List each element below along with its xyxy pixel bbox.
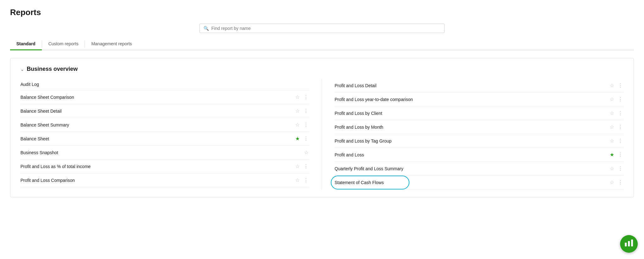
star-button[interactable]: ☆ <box>609 82 615 89</box>
report-actions: ☆ ⋮ <box>609 123 624 131</box>
report-actions: ★ ⋮ <box>295 135 309 142</box>
report-name[interactable]: Balance Sheet Summary <box>20 122 69 127</box>
floating-chart-button[interactable] <box>620 235 638 253</box>
list-item: Profit and Loss ★ ⋮ <box>335 148 624 162</box>
list-item: Balance Sheet ★ ⋮ <box>20 132 309 146</box>
report-name[interactable]: Profit and Loss as % of total income <box>20 164 91 169</box>
report-actions: ☆ ⋮ <box>609 110 624 117</box>
report-actions: ☆ ⋮ <box>609 137 624 144</box>
report-actions: ☆ <box>303 149 309 156</box>
statement-of-cash-flows-item: Statement of Cash Flows ☆ ⋮ <box>335 176 624 189</box>
list-item: Quarterly Profit and Loss Summary ☆ ⋮ <box>335 162 624 176</box>
report-name[interactable]: Profit and Loss Comparison <box>20 178 75 183</box>
report-name[interactable]: Profit and Loss by Month <box>335 125 383 130</box>
tab-standard[interactable]: Standard <box>10 38 42 50</box>
more-button[interactable]: ⋮ <box>303 177 309 183</box>
content-card: ⌄ Business overview Audit Log Balance Sh… <box>10 58 634 197</box>
more-button[interactable]: ⋮ <box>303 136 309 142</box>
report-name[interactable]: Profit and Loss year-to-date comparison <box>335 97 413 102</box>
star-button-active[interactable]: ★ <box>295 135 300 142</box>
list-item: Business Snapshot ☆ <box>20 146 309 160</box>
chevron-down-icon: ⌄ <box>20 67 24 72</box>
report-actions: ☆ ⋮ <box>609 165 624 172</box>
report-actions: ☆ ⋮ <box>295 121 309 128</box>
list-item: Profit and Loss Detail ☆ ⋮ <box>335 79 624 93</box>
more-button[interactable]: ⋮ <box>617 138 624 144</box>
star-button[interactable]: ☆ <box>295 177 300 184</box>
tab-custom-reports[interactable]: Custom reports <box>42 38 85 50</box>
right-column: Profit and Loss Detail ☆ ⋮ Profit and Lo… <box>322 79 624 189</box>
tabs-row: Standard Custom reports Management repor… <box>10 38 634 50</box>
list-item: Balance Sheet Comparison ☆ ⋮ <box>20 90 309 104</box>
star-button[interactable]: ☆ <box>609 137 615 144</box>
reports-grid: Audit Log Balance Sheet Comparison ☆ ⋮ B… <box>20 79 624 189</box>
more-button[interactable]: ⋮ <box>617 82 624 89</box>
svg-rect-1 <box>628 241 630 246</box>
report-actions: ☆ ⋮ <box>295 177 309 184</box>
report-name[interactable]: Balance Sheet <box>20 136 49 141</box>
section-title: Business overview <box>27 66 78 72</box>
svg-rect-2 <box>631 239 633 246</box>
report-name[interactable]: Balance Sheet Comparison <box>20 95 74 100</box>
list-item: Profit and Loss by Tag Group ☆ ⋮ <box>335 134 624 148</box>
list-item: Profit and Loss by Client ☆ ⋮ <box>335 106 624 120</box>
report-name[interactable]: Audit Log <box>20 82 39 87</box>
more-button[interactable]: ⋮ <box>303 122 309 128</box>
tab-management-reports[interactable]: Management reports <box>85 38 138 50</box>
search-icon: 🔍 <box>203 26 209 31</box>
more-button[interactable]: ⋮ <box>303 94 309 100</box>
star-button[interactable]: ☆ <box>609 110 615 117</box>
more-button[interactable]: ⋮ <box>617 152 624 158</box>
list-item: Profit and Loss as % of total income ☆ ⋮ <box>20 160 309 173</box>
more-button[interactable]: ⋮ <box>303 163 309 170</box>
report-actions: ☆ ⋮ <box>295 93 309 101</box>
left-column: Audit Log Balance Sheet Comparison ☆ ⋮ B… <box>20 79 322 189</box>
list-item: Profit and Loss year-to-date comparison … <box>335 93 624 106</box>
report-actions: ☆ ⋮ <box>295 163 309 170</box>
star-button[interactable]: ☆ <box>609 179 615 186</box>
report-name[interactable]: Balance Sheet Detail <box>20 109 62 114</box>
star-button-active[interactable]: ★ <box>609 151 615 158</box>
report-actions: ★ ⋮ <box>609 151 624 158</box>
more-button[interactable]: ⋮ <box>303 108 309 114</box>
report-actions: ☆ ⋮ <box>609 82 624 89</box>
list-item: Profit and Loss by Month ☆ ⋮ <box>335 120 624 134</box>
star-button[interactable]: ☆ <box>295 121 300 128</box>
chart-icon <box>625 239 633 248</box>
search-bar-row: 🔍 <box>10 24 634 33</box>
star-button[interactable]: ☆ <box>303 149 309 156</box>
more-button[interactable]: ⋮ <box>617 124 624 130</box>
report-name[interactable]: Quarterly Profit and Loss Summary <box>335 166 403 171</box>
star-button[interactable]: ☆ <box>295 107 300 115</box>
list-item: Balance Sheet Summary ☆ ⋮ <box>20 118 309 132</box>
report-name[interactable]: Business Snapshot <box>20 150 58 155</box>
more-button[interactable]: ⋮ <box>617 110 624 116</box>
star-button[interactable]: ☆ <box>295 93 300 101</box>
more-button[interactable]: ⋮ <box>617 96 624 103</box>
search-input[interactable] <box>211 26 441 31</box>
svg-rect-0 <box>625 243 627 246</box>
report-name[interactable]: Profit and Loss by Tag Group <box>335 138 391 144</box>
report-name[interactable]: Profit and Loss <box>335 152 364 157</box>
report-name[interactable]: Profit and Loss by Client <box>335 111 382 116</box>
more-button[interactable]: ⋮ <box>617 179 624 186</box>
list-item: Balance Sheet Detail ☆ ⋮ <box>20 104 309 118</box>
star-button[interactable]: ☆ <box>609 165 615 172</box>
report-name[interactable]: Profit and Loss Detail <box>335 83 376 88</box>
report-actions: ☆ ⋮ <box>295 107 309 115</box>
page-wrapper: Reports 🔍 Standard Custom reports Manage… <box>0 0 644 259</box>
page-title: Reports <box>10 8 634 17</box>
search-bar: 🔍 <box>199 24 445 33</box>
report-actions: ☆ ⋮ <box>609 179 624 186</box>
star-button[interactable]: ☆ <box>609 123 615 131</box>
section-header: ⌄ Business overview <box>20 66 624 72</box>
star-button[interactable]: ☆ <box>295 163 300 170</box>
list-item: Profit and Loss Comparison ☆ ⋮ <box>20 173 309 187</box>
report-name-statement-of-cash-flows[interactable]: Statement of Cash Flows <box>335 180 384 185</box>
report-actions: ☆ ⋮ <box>609 96 624 103</box>
list-item: Audit Log <box>20 79 309 90</box>
more-button[interactable]: ⋮ <box>617 166 624 172</box>
star-button[interactable]: ☆ <box>609 96 615 103</box>
